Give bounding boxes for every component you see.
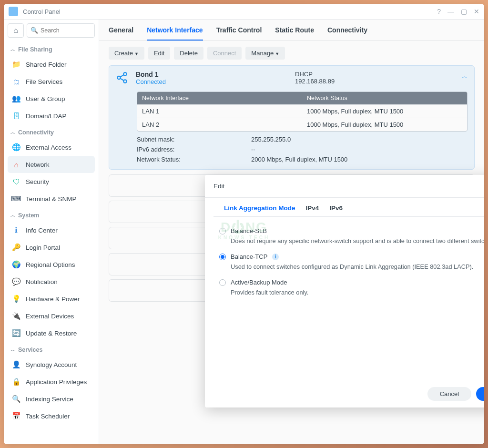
sidebar-group-header[interactable]: ︿Connectivity (8, 124, 95, 139)
table-row[interactable]: LAN 21000 Mbps, Full duplex, MTU 1500 (137, 118, 467, 131)
sidebar-group-header[interactable]: ︿Services (8, 342, 95, 356)
sidebar-item-domain-ldap[interactable]: 🗄Domain/LDAP (8, 107, 95, 124)
sidebar-group-header[interactable]: ︿System (8, 207, 95, 222)
th-status: Network Status (302, 92, 467, 104)
detail-value: 2000 Mbps, Full duplex, MTU 1500 (251, 156, 347, 163)
detail-value: -- (251, 146, 255, 153)
security-icon: 🛡 (11, 177, 21, 186)
sidebar-item-label: Regional Options (26, 261, 75, 268)
ok-button[interactable]: OK (476, 387, 484, 401)
radio-icon (219, 279, 226, 286)
modal-tab-link-aggregation-mode[interactable]: Link Aggregation Mode (224, 204, 295, 216)
modal-tab-ipv6[interactable]: IPv6 (329, 204, 343, 216)
login-portal-icon: 🔑 (11, 243, 21, 252)
delete-button[interactable]: Delete (174, 47, 203, 60)
sidebar-item-label: Login Portal (26, 244, 60, 251)
edit-modal: Edit ✕ Link Aggregation ModeIPv4IPv6 Bal… (205, 175, 484, 407)
info-icon[interactable]: i (272, 254, 279, 260)
detail-row: IPv6 address:-- (137, 144, 468, 154)
radio-description: Used to connect switches configured as D… (219, 263, 484, 276)
chevron-up-icon[interactable]: ︿ (462, 72, 468, 81)
connect-button: Connect (207, 47, 242, 60)
sidebar-item-label: Network (26, 161, 50, 168)
sidebar-item-label: External Devices (26, 313, 74, 320)
sidebar-item-label: Update & Restore (26, 330, 77, 337)
indexing-service-icon: 🔍 (11, 394, 21, 404)
external-access-icon: 🌐 (11, 143, 21, 152)
sidebar-item-login-portal[interactable]: 🔑Login Portal (8, 239, 95, 256)
table-row[interactable]: LAN 11000 Mbps, Full duplex, MTU 1500 (137, 104, 467, 118)
synology-account-icon: 👤 (11, 360, 21, 369)
sidebar-item-label: Indexing Service (26, 396, 73, 403)
sidebar-item-external-access[interactable]: 🌐External Access (8, 139, 95, 156)
bond-card[interactable]: Bond 1 Connected DHCP 192.168.88.89 ︿ Ne… (109, 65, 475, 170)
sidebar-item-label: External Access (26, 144, 71, 151)
tab-traffic-control[interactable]: Traffic Control (216, 26, 262, 41)
sidebar-item-terminal-snmp[interactable]: ⌨Terminal & SNMP (8, 190, 95, 207)
minimize-icon[interactable]: — (447, 8, 454, 15)
group-label: Services (18, 346, 42, 353)
sidebar-item-label: Shared Folder (26, 61, 67, 68)
detail-row: Subnet mask:255.255.255.0 (137, 134, 468, 144)
modal-body: Balance-SLBDoes not require any specific… (205, 217, 484, 380)
tab-connectivity[interactable]: Connectivity (327, 26, 367, 41)
network-icon: ⌂ (11, 160, 21, 169)
sidebar-item-external-devices[interactable]: 🔌External Devices (8, 307, 95, 325)
close-icon[interactable]: ✕ (474, 8, 479, 15)
regional-options-icon: 🌍 (11, 260, 21, 269)
sidebar-item-hardware-power[interactable]: 💡Hardware & Power (8, 290, 95, 307)
sidebar-item-shared-folder[interactable]: 📁Shared Folder (8, 56, 95, 73)
bond-type: DHCP (295, 71, 454, 78)
search-box: 🔍 (27, 23, 95, 38)
help-icon[interactable]: ? (437, 8, 441, 15)
radio-option-balance-slb[interactable]: Balance-SLB (219, 224, 484, 237)
app-icon (9, 7, 18, 16)
sidebar-item-user-group[interactable]: 👥User & Group (8, 90, 95, 107)
svg-point-1 (117, 76, 121, 80)
home-button[interactable]: ⌂ (8, 23, 24, 38)
main-tabs: GeneralNetwork InterfaceTraffic ControlS… (99, 20, 484, 41)
sidebar-item-info-center[interactable]: ℹInfo Center (8, 222, 95, 239)
svg-point-2 (123, 80, 127, 83)
tab-network-interface[interactable]: Network Interface (147, 26, 203, 41)
sidebar-item-regional-options[interactable]: 🌍Regional Options (8, 256, 95, 273)
sidebar-item-file-services[interactable]: 🗂File Services (8, 73, 95, 90)
detail-label: Network Status: (137, 156, 251, 163)
search-icon: 🔍 (30, 27, 38, 34)
chevron-up-icon: ︿ (10, 212, 15, 219)
maximize-icon[interactable]: ▢ (461, 8, 467, 15)
window-controls: ? — ▢ ✕ (437, 8, 479, 15)
radio-label: Balance-TCP (231, 253, 267, 260)
sidebar-item-network[interactable]: ⌂Network (8, 156, 95, 173)
create-button[interactable]: Create▼ (109, 47, 144, 60)
tab-static-route[interactable]: Static Route (275, 26, 314, 41)
sidebar-item-security[interactable]: 🛡Security (8, 173, 95, 190)
radio-description: Provides fault tolerance only. (219, 289, 484, 302)
detail-label: IPv6 address: (137, 146, 251, 153)
radio-option-active-backup-mode[interactable]: Active/Backup Mode (219, 276, 484, 289)
sidebar-item-label: Domain/LDAP (26, 112, 67, 120)
shared-folder-icon: 📁 (11, 60, 21, 69)
bond-details: Subnet mask:255.255.255.0IPv6 address:--… (137, 134, 468, 164)
sidebar-group-header[interactable]: ︿File Sharing (8, 41, 95, 56)
cell-status: 1000 Mbps, Full duplex, MTU 1500 (302, 105, 467, 118)
modal-tab-ipv4[interactable]: IPv4 (306, 204, 319, 216)
svg-line-4 (120, 79, 123, 81)
th-interface: Network Interface (137, 92, 302, 104)
group-label: Connectivity (18, 129, 54, 136)
edit-button[interactable]: Edit (148, 47, 170, 60)
sidebar-item-label: Notification (26, 278, 58, 285)
sidebar-item-notification[interactable]: 💬Notification (8, 273, 95, 290)
sidebar-item-task-scheduler[interactable]: 📅Task Scheduler (8, 407, 95, 425)
sidebar-item-synology-account[interactable]: 👤Synology Account (8, 356, 95, 373)
hardware-power-icon: 💡 (11, 294, 21, 304)
radio-option-balance-tcp[interactable]: Balance-TCPi (219, 250, 484, 263)
group-label: File Sharing (18, 46, 52, 53)
manage-button[interactable]: Manage▼ (245, 47, 285, 60)
file-services-icon: 🗂 (11, 77, 21, 86)
tab-general[interactable]: General (109, 26, 133, 41)
sidebar-item-indexing-service[interactable]: 🔍Indexing Service (8, 390, 95, 407)
sidebar-item-application-privileges[interactable]: 🔒Application Privileges (8, 373, 95, 390)
cancel-button[interactable]: Cancel (427, 387, 471, 401)
sidebar-item-update-restore[interactable]: 🔄Update & Restore (8, 325, 95, 342)
